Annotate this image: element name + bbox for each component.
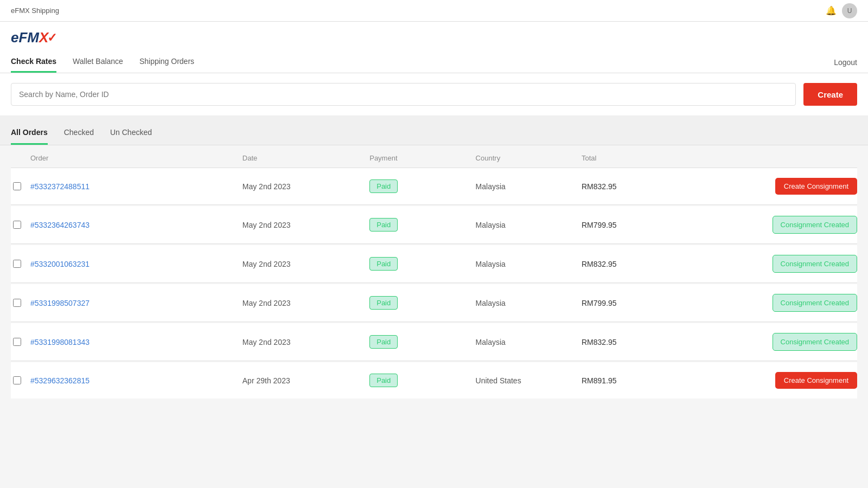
table-row: #5329632362815 Apr 29th 2023 Paid United…: [11, 362, 857, 399]
payment-status: Paid: [369, 374, 475, 387]
order-id[interactable]: #5332372488511: [30, 182, 242, 191]
consignment-created-badge: Consignment Created: [773, 294, 857, 312]
avatar-label: U: [847, 7, 852, 15]
row-checkbox-col: [11, 299, 30, 307]
paid-badge: Paid: [369, 179, 398, 193]
row-checkbox[interactable]: [13, 221, 21, 229]
order-country: Malaysia: [476, 182, 582, 191]
order-action: Create Consignment: [687, 178, 857, 195]
header-action: [687, 154, 857, 162]
order-country: United States: [476, 376, 582, 385]
row-checkbox[interactable]: [13, 376, 21, 384]
order-date: May 2nd 2023: [242, 182, 369, 191]
bell-icon[interactable]: 🔔: [826, 5, 837, 16]
row-checkbox[interactable]: [13, 182, 21, 190]
top-bar: eFMX Shipping 🔔 U: [0, 0, 868, 22]
order-date: May 2nd 2023: [242, 221, 369, 229]
order-total: RM832.95: [582, 260, 687, 268]
app-title: eFMX Shipping: [11, 7, 59, 15]
order-action: Consignment Created: [687, 216, 857, 234]
payment-status: Paid: [369, 335, 475, 349]
table-row: #5331998081343 May 2nd 2023 Paid Malaysi…: [11, 323, 857, 361]
table-row: #5331998507327 May 2nd 2023 Paid Malaysi…: [11, 284, 857, 322]
logo-efmx: e: [11, 29, 18, 46]
tab-all-orders[interactable]: All Orders: [11, 124, 48, 145]
order-id[interactable]: #5332001063231: [30, 260, 242, 268]
payment-status: Paid: [369, 296, 475, 310]
order-total: RM891.95: [582, 376, 687, 385]
logo-fmx: FM: [18, 29, 39, 46]
table-row: #5332364263743 May 2nd 2023 Paid Malaysi…: [11, 206, 857, 244]
avatar[interactable]: U: [842, 3, 857, 18]
nav-wallet-balance[interactable]: Wallet Balance: [73, 53, 123, 73]
logo: e FM X ✓: [11, 29, 857, 46]
order-total: RM832.95: [582, 182, 687, 191]
payment-status: Paid: [369, 257, 475, 271]
toolbar: Create: [0, 73, 868, 116]
order-total: RM832.95: [582, 338, 687, 346]
consignment-created-badge: Consignment Created: [773, 333, 857, 351]
order-total: RM799.95: [582, 299, 687, 307]
header-order: Order: [30, 154, 242, 162]
consignment-created-badge: Consignment Created: [773, 255, 857, 273]
nav-check-rates[interactable]: Check Rates: [11, 53, 56, 73]
order-country: Malaysia: [476, 299, 582, 307]
header-check: [11, 154, 30, 162]
order-action: Consignment Created: [687, 294, 857, 312]
order-date: Apr 29th 2023: [242, 376, 369, 385]
row-checkbox[interactable]: [13, 338, 21, 346]
header-total: Total: [582, 154, 687, 162]
create-consignment-button[interactable]: Create Consignment: [775, 178, 857, 195]
payment-status: Paid: [369, 218, 475, 232]
paid-badge: Paid: [369, 257, 398, 271]
search-input[interactable]: [11, 83, 796, 106]
order-id[interactable]: #5332364263743: [30, 221, 242, 229]
row-checkbox-col: [11, 182, 30, 190]
table-row: #5332001063231 May 2nd 2023 Paid Malaysi…: [11, 245, 857, 283]
row-checkbox-col: [11, 376, 30, 384]
row-checkbox[interactable]: [13, 299, 21, 307]
order-action: Consignment Created: [687, 333, 857, 351]
row-checkbox-col: [11, 260, 30, 268]
order-id[interactable]: #5331998081343: [30, 338, 242, 346]
paid-badge: Paid: [369, 335, 398, 349]
orders-table-container: Order Date Payment Country Total #533237…: [0, 145, 868, 399]
order-action: Create Consignment: [687, 372, 857, 389]
row-checkbox[interactable]: [13, 260, 21, 268]
tab-un-checked[interactable]: Un Checked: [110, 124, 152, 145]
nav-shipping-orders[interactable]: Shipping Orders: [139, 53, 194, 73]
header-date: Date: [242, 154, 369, 162]
row-checkbox-col: [11, 221, 30, 229]
table-row: #5332372488511 May 2nd 2023 Paid Malaysi…: [11, 168, 857, 205]
order-id[interactable]: #5329632362815: [30, 376, 242, 385]
order-date: May 2nd 2023: [242, 299, 369, 307]
paid-badge: Paid: [369, 374, 398, 387]
logout-button[interactable]: Logout: [834, 54, 857, 72]
order-date: May 2nd 2023: [242, 260, 369, 268]
table-body: #5332372488511 May 2nd 2023 Paid Malaysi…: [11, 168, 857, 399]
logo-check: ✓: [47, 31, 57, 45]
order-country: Malaysia: [476, 221, 582, 229]
order-action: Consignment Created: [687, 255, 857, 273]
main-nav: Check Rates Wallet Balance Shipping Orde…: [11, 53, 857, 73]
order-id[interactable]: #5331998507327: [30, 299, 242, 307]
row-checkbox-col: [11, 338, 30, 346]
header: e FM X ✓ Check Rates Wallet Balance Ship…: [0, 22, 868, 73]
payment-status: Paid: [369, 179, 475, 193]
tab-checked[interactable]: Checked: [64, 124, 94, 145]
paid-badge: Paid: [369, 218, 398, 232]
tabs-bar: All Orders Checked Un Checked: [0, 116, 868, 145]
paid-badge: Paid: [369, 296, 398, 310]
consignment-created-badge: Consignment Created: [773, 216, 857, 234]
order-country: Malaysia: [476, 338, 582, 346]
header-country: Country: [476, 154, 582, 162]
order-date: May 2nd 2023: [242, 338, 369, 346]
order-total: RM799.95: [582, 221, 687, 229]
header-payment: Payment: [369, 154, 475, 162]
order-country: Malaysia: [476, 260, 582, 268]
create-consignment-button[interactable]: Create Consignment: [775, 372, 857, 389]
top-bar-right: 🔔 U: [826, 3, 857, 18]
table-header: Order Date Payment Country Total: [11, 145, 857, 168]
create-button[interactable]: Create: [803, 83, 857, 106]
